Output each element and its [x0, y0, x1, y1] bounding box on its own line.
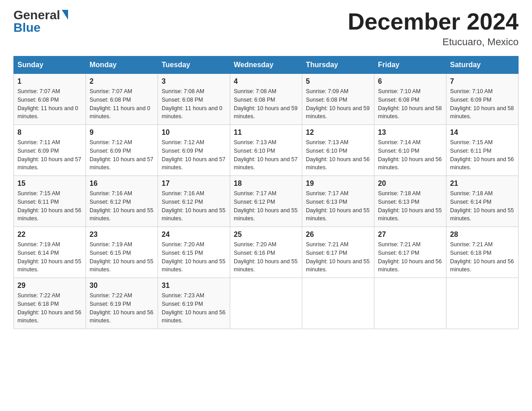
calendar-cell: 5 Sunrise: 7:09 AMSunset: 6:08 PMDayligh… — [302, 74, 374, 125]
day-info: Sunrise: 7:20 AMSunset: 6:15 PMDaylight:… — [162, 241, 225, 273]
day-info: Sunrise: 7:14 AMSunset: 6:10 PMDaylight:… — [378, 139, 442, 171]
day-info: Sunrise: 7:21 AMSunset: 6:17 PMDaylight:… — [378, 241, 442, 273]
day-number: 19 — [306, 180, 370, 188]
page-header: General Blue December 2024 Etucuaro, Mex… — [13, 9, 519, 48]
calendar-cell: 16 Sunrise: 7:16 AMSunset: 6:12 PMDaylig… — [86, 176, 158, 227]
header-wednesday: Wednesday — [230, 56, 302, 74]
day-number: 12 — [306, 128, 370, 137]
day-info: Sunrise: 7:08 AMSunset: 6:08 PMDaylight:… — [162, 88, 223, 120]
day-number: 4 — [234, 77, 298, 86]
day-number: 29 — [17, 282, 82, 290]
month-title: December 2024 — [348, 9, 519, 34]
day-info: Sunrise: 7:21 AMSunset: 6:17 PMDaylight:… — [306, 241, 369, 273]
calendar-cell — [446, 278, 519, 329]
day-info: Sunrise: 7:12 AMSunset: 6:09 PMDaylight:… — [90, 139, 153, 171]
day-number: 24 — [162, 231, 226, 239]
day-number: 22 — [17, 231, 82, 239]
day-info: Sunrise: 7:07 AMSunset: 6:08 PMDaylight:… — [90, 88, 150, 120]
calendar-cell: 18 Sunrise: 7:17 AMSunset: 6:12 PMDaylig… — [230, 176, 302, 227]
day-number: 16 — [90, 180, 154, 188]
calendar-cell: 30 Sunrise: 7:22 AMSunset: 6:19 PMDaylig… — [86, 278, 158, 329]
day-info: Sunrise: 7:13 AMSunset: 6:10 PMDaylight:… — [234, 139, 297, 171]
day-number: 11 — [234, 128, 298, 137]
calendar-week-4: 22 Sunrise: 7:19 AMSunset: 6:14 PMDaylig… — [14, 227, 519, 278]
calendar-cell: 29 Sunrise: 7:22 AMSunset: 6:18 PMDaylig… — [14, 278, 86, 329]
day-info: Sunrise: 7:12 AMSunset: 6:09 PMDaylight:… — [162, 139, 225, 171]
calendar-week-1: 1 Sunrise: 7:07 AMSunset: 6:08 PMDayligh… — [14, 74, 519, 125]
day-info: Sunrise: 7:10 AMSunset: 6:09 PMDaylight:… — [450, 88, 514, 120]
header-sunday: Sunday — [14, 56, 86, 74]
day-number: 18 — [234, 180, 298, 188]
day-number: 28 — [450, 231, 515, 239]
calendar-cell: 6 Sunrise: 7:10 AMSunset: 6:08 PMDayligh… — [374, 74, 446, 125]
calendar-cell: 11 Sunrise: 7:13 AMSunset: 6:10 PMDaylig… — [230, 125, 302, 176]
header-saturday: Saturday — [446, 56, 519, 74]
logo-blue-text: Blue — [13, 21, 41, 34]
day-number: 5 — [306, 77, 370, 86]
header-monday: Monday — [86, 56, 158, 74]
calendar-cell — [230, 278, 302, 329]
logo-general-text: General — [13, 9, 60, 21]
calendar-cell: 13 Sunrise: 7:14 AMSunset: 6:10 PMDaylig… — [374, 125, 446, 176]
calendar-cell: 8 Sunrise: 7:11 AMSunset: 6:09 PMDayligh… — [14, 125, 86, 176]
calendar-cell: 22 Sunrise: 7:19 AMSunset: 6:14 PMDaylig… — [14, 227, 86, 278]
day-number: 3 — [162, 77, 226, 86]
day-number: 8 — [17, 128, 82, 137]
day-info: Sunrise: 7:11 AMSunset: 6:09 PMDaylight:… — [17, 139, 81, 171]
day-info: Sunrise: 7:16 AMSunset: 6:12 PMDaylight:… — [90, 190, 153, 222]
calendar-week-5: 29 Sunrise: 7:22 AMSunset: 6:18 PMDaylig… — [14, 278, 519, 329]
calendar-cell — [302, 278, 374, 329]
day-number: 14 — [450, 128, 515, 137]
calendar-cell: 3 Sunrise: 7:08 AMSunset: 6:08 PMDayligh… — [158, 74, 230, 125]
header-thursday: Thursday — [302, 56, 374, 74]
day-info: Sunrise: 7:09 AMSunset: 6:08 PMDaylight:… — [306, 88, 369, 120]
calendar-week-3: 15 Sunrise: 7:15 AMSunset: 6:11 PMDaylig… — [14, 176, 519, 227]
calendar-cell: 7 Sunrise: 7:10 AMSunset: 6:09 PMDayligh… — [446, 74, 519, 125]
day-info: Sunrise: 7:19 AMSunset: 6:15 PMDaylight:… — [90, 241, 153, 273]
header-friday: Friday — [374, 56, 446, 74]
day-info: Sunrise: 7:17 AMSunset: 6:12 PMDaylight:… — [234, 190, 297, 222]
calendar-cell: 9 Sunrise: 7:12 AMSunset: 6:09 PMDayligh… — [86, 125, 158, 176]
calendar-cell: 19 Sunrise: 7:17 AMSunset: 6:13 PMDaylig… — [302, 176, 374, 227]
title-section: December 2024 Etucuaro, Mexico — [348, 9, 519, 48]
day-info: Sunrise: 7:15 AMSunset: 6:11 PMDaylight:… — [17, 190, 81, 222]
calendar-cell: 27 Sunrise: 7:21 AMSunset: 6:17 PMDaylig… — [374, 227, 446, 278]
calendar-header-row: SundayMondayTuesdayWednesdayThursdayFrid… — [14, 56, 519, 74]
logo-triangle-icon — [62, 10, 68, 20]
day-number: 9 — [90, 128, 154, 137]
calendar-cell: 12 Sunrise: 7:13 AMSunset: 6:10 PMDaylig… — [302, 125, 374, 176]
day-info: Sunrise: 7:08 AMSunset: 6:08 PMDaylight:… — [234, 88, 297, 120]
day-number: 31 — [162, 282, 226, 290]
day-info: Sunrise: 7:18 AMSunset: 6:13 PMDaylight:… — [378, 190, 442, 222]
day-info: Sunrise: 7:22 AMSunset: 6:18 PMDaylight:… — [17, 292, 81, 324]
day-number: 15 — [17, 180, 82, 188]
day-info: Sunrise: 7:13 AMSunset: 6:10 PMDaylight:… — [306, 139, 369, 171]
day-info: Sunrise: 7:07 AMSunset: 6:08 PMDaylight:… — [17, 88, 78, 120]
day-number: 21 — [450, 180, 515, 188]
location-subtitle: Etucuaro, Mexico — [348, 36, 519, 48]
logo: General Blue — [13, 9, 68, 34]
day-number: 7 — [450, 77, 515, 86]
day-number: 25 — [234, 231, 298, 239]
calendar-cell: 14 Sunrise: 7:15 AMSunset: 6:11 PMDaylig… — [446, 125, 519, 176]
calendar-cell: 23 Sunrise: 7:19 AMSunset: 6:15 PMDaylig… — [86, 227, 158, 278]
day-info: Sunrise: 7:22 AMSunset: 6:19 PMDaylight:… — [90, 292, 153, 324]
day-number: 10 — [162, 128, 226, 137]
day-number: 27 — [378, 231, 442, 239]
day-number: 17 — [162, 180, 226, 188]
day-info: Sunrise: 7:17 AMSunset: 6:13 PMDaylight:… — [306, 190, 369, 222]
day-info: Sunrise: 7:15 AMSunset: 6:11 PMDaylight:… — [450, 139, 514, 171]
calendar-cell: 2 Sunrise: 7:07 AMSunset: 6:08 PMDayligh… — [86, 74, 158, 125]
day-info: Sunrise: 7:10 AMSunset: 6:08 PMDaylight:… — [378, 88, 442, 120]
day-info: Sunrise: 7:18 AMSunset: 6:14 PMDaylight:… — [450, 190, 514, 222]
calendar-cell: 28 Sunrise: 7:21 AMSunset: 6:18 PMDaylig… — [446, 227, 519, 278]
day-number: 1 — [17, 77, 82, 86]
day-info: Sunrise: 7:23 AMSunset: 6:19 PMDaylight:… — [162, 292, 225, 324]
calendar-cell: 4 Sunrise: 7:08 AMSunset: 6:08 PMDayligh… — [230, 74, 302, 125]
day-number: 26 — [306, 231, 370, 239]
day-info: Sunrise: 7:16 AMSunset: 6:12 PMDaylight:… — [162, 190, 225, 222]
calendar-cell: 17 Sunrise: 7:16 AMSunset: 6:12 PMDaylig… — [158, 176, 230, 227]
calendar-cell — [374, 278, 446, 329]
day-info: Sunrise: 7:20 AMSunset: 6:16 PMDaylight:… — [234, 241, 297, 273]
day-number: 23 — [90, 231, 154, 239]
